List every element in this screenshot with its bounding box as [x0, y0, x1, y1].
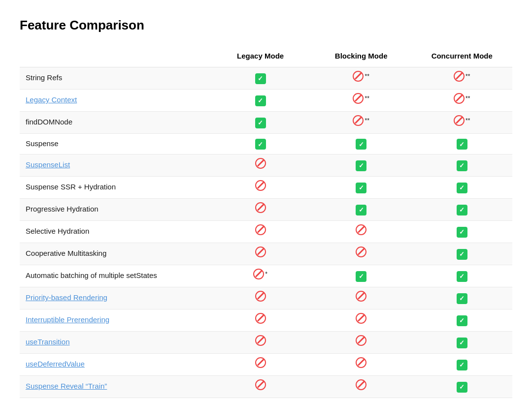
col-concurrent: Concurrent Mode — [411, 47, 512, 67]
feature-name: useTransition — [20, 331, 210, 353]
feature-name: Selective Hydration — [20, 220, 210, 243]
table-row: Interruptible Prerendering✓ — [20, 309, 512, 331]
feature-name: Interruptible Prerendering — [20, 309, 210, 331]
feature-name: Suspense SSR + Hydration — [20, 176, 210, 198]
table-row: useDeferredValue✓ — [20, 353, 512, 375]
col-legacy: Legacy Mode — [210, 47, 311, 67]
feature-name: Priority-based Rendering — [20, 287, 210, 309]
table-row: Suspense✓✓✓ — [20, 133, 512, 154]
table-row: Cooperative Multitasking✓ — [20, 243, 512, 265]
table-row: Selective Hydration✓ — [20, 220, 512, 243]
table-row: Automatic batching of multiple setStates… — [20, 265, 512, 287]
table-row: Suspense SSR + Hydration✓✓ — [20, 176, 512, 198]
table-row: findDOMNode✓**** — [20, 111, 512, 133]
comparison-table: Legacy Mode Blocking Mode Concurrent Mod… — [20, 47, 512, 398]
col-blocking: Blocking Mode — [311, 47, 412, 67]
table-header-row: Legacy Mode Blocking Mode Concurrent Mod… — [20, 47, 512, 67]
table-row: String Refs✓**** — [20, 67, 512, 89]
table-row: Suspense Reveal “Train”✓ — [20, 375, 512, 398]
feature-name: Automatic batching of multiple setStates — [20, 265, 210, 287]
feature-name: useDeferredValue — [20, 353, 210, 375]
col-feature — [20, 47, 210, 67]
table-row: Priority-based Rendering✓ — [20, 287, 512, 309]
feature-name: Cooperative Multitasking — [20, 243, 210, 265]
feature-name: Progressive Hydration — [20, 198, 210, 220]
table-row: useTransition✓ — [20, 331, 512, 353]
table-row: Progressive Hydration✓✓ — [20, 198, 512, 220]
feature-name: Legacy Context — [20, 89, 210, 111]
feature-name: String Refs — [20, 67, 210, 89]
feature-name: findDOMNode — [20, 111, 210, 133]
table-row: SuspenseList✓✓ — [20, 154, 512, 176]
feature-name: Suspense Reveal “Train” — [20, 375, 210, 398]
feature-name: Suspense — [20, 133, 210, 154]
table-row: Legacy Context✓**** — [20, 89, 512, 111]
feature-name: SuspenseList — [20, 154, 210, 176]
page-title: Feature Comparison — [20, 16, 512, 35]
